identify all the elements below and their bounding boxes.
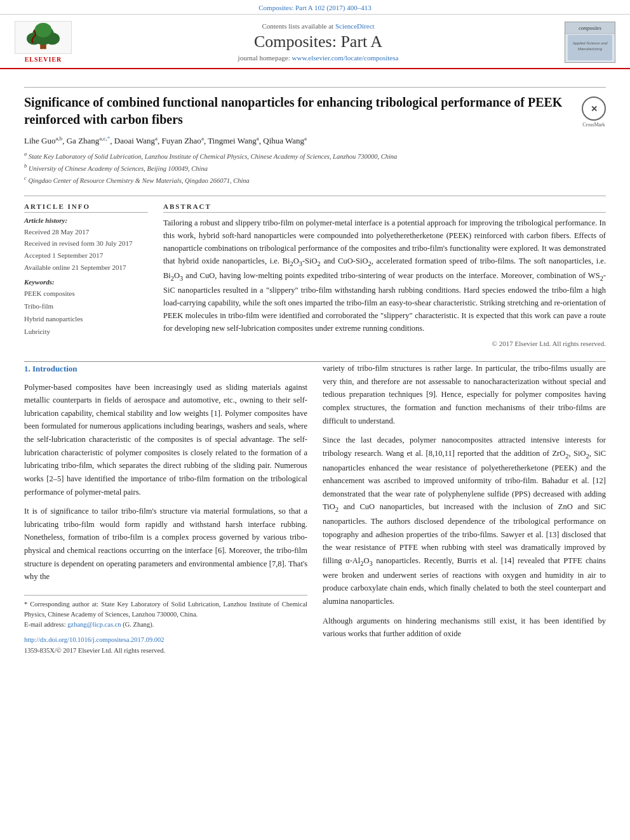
body-two-col: 1. Introduction Polymer-based composites… bbox=[24, 362, 606, 657]
author-5: Tingmei Wanga bbox=[208, 136, 259, 145]
affil-a: a State Key Laboratory of Solid Lubricat… bbox=[24, 150, 606, 162]
journal-reference-text: Composites: Part A 102 (2017) 400–413 bbox=[258, 4, 372, 11]
footnote-text-2: E-mail address: gzhang@licp.cas.cn (G. Z… bbox=[24, 620, 307, 630]
elsevier-logo: ELSEVIER bbox=[11, 21, 75, 63]
info-abstract-section: ARTICLE INFO Article history: Received 2… bbox=[24, 203, 606, 347]
elsevier-logo-image bbox=[15, 21, 72, 54]
body-para-4: Since the last decades, polymer nanocomp… bbox=[323, 434, 606, 608]
journal-reference-bar: Composites: Part A 102 (2017) 400–413 bbox=[0, 0, 630, 15]
author-1: Lihe Guoa,b bbox=[24, 136, 62, 145]
received-revised-date: Received in revised form 30 July 2017 bbox=[24, 237, 148, 250]
body-content: 1. Introduction Polymer-based composites… bbox=[0, 362, 630, 663]
article-info-header: ARTICLE INFO bbox=[24, 203, 148, 213]
abstract-col: ABSTRACT Tailoring a robust and slippery… bbox=[163, 203, 606, 347]
keyword-4: Lubricity bbox=[24, 326, 148, 338]
body-para-2: It is of significance to tailor tribo-fi… bbox=[24, 505, 307, 583]
keyword-3: Hybrid nanoparticles bbox=[24, 313, 148, 326]
crossmark-icon: ✕ bbox=[582, 97, 606, 121]
svg-text:Applied Science and: Applied Science and bbox=[572, 41, 608, 45]
elsevier-label: ELSEVIER bbox=[25, 56, 62, 63]
affil-c: c Qingdao Center of Resource Chemistry &… bbox=[24, 174, 606, 186]
composites-logo-image: composites Applied Science and Manufactu… bbox=[565, 22, 615, 63]
svg-point-5 bbox=[35, 23, 52, 37]
keywords-section: Keywords: PEEK composites Tribo-film Hyb… bbox=[24, 278, 148, 338]
info-divider bbox=[24, 196, 606, 196]
authors-line: Lihe Guoa,b, Ga Zhanga,c,*, Daoai Wanga,… bbox=[24, 135, 606, 147]
journal-title: Composites: Part A bbox=[85, 32, 551, 51]
abstract-text: Tailoring a robust and slippery tribo-fi… bbox=[163, 217, 606, 335]
keyword-1: PEEK composites bbox=[24, 288, 148, 300]
received-date: Received 28 May 2017 bbox=[24, 226, 148, 238]
homepage-prefix: journal homepage: bbox=[238, 54, 292, 62]
article-history-header: Article history: bbox=[24, 217, 148, 224]
affil-b: b University of Chinese Academy of Scien… bbox=[24, 162, 606, 174]
keywords-header: Keywords: bbox=[24, 278, 148, 286]
accepted-date: Accepted 1 September 2017 bbox=[24, 250, 148, 262]
author-3: Daoai Wanga bbox=[114, 136, 158, 145]
footnote-block: * Corresponding author at: State Key Lab… bbox=[24, 595, 307, 657]
sciencedirect-prefix: Contents lists available at bbox=[262, 22, 335, 30]
article-title: Significance of combined functional nano… bbox=[24, 94, 574, 128]
body-para-5: Although arguments on hindering mechanis… bbox=[323, 615, 606, 641]
sciencedirect-link[interactable]: ScienceDirect bbox=[335, 22, 375, 30]
body-right-col: variety of tribo-film structures is rath… bbox=[323, 362, 606, 657]
available-date: Available online 21 September 2017 bbox=[24, 262, 148, 274]
svg-text:Manufacturing: Manufacturing bbox=[578, 47, 603, 51]
keyword-2: Tribo-film bbox=[24, 300, 148, 313]
header-divider bbox=[24, 87, 606, 88]
author-2: Ga Zhanga,c,* bbox=[67, 136, 111, 145]
article-title-section: Significance of combined functional nano… bbox=[24, 94, 606, 128]
email-link[interactable]: gzhang@licp.cas.cn bbox=[67, 621, 121, 628]
abstract-header: ABSTRACT bbox=[163, 203, 606, 213]
crossmark-label: CrossMark bbox=[582, 122, 606, 128]
journal-homepage: journal homepage: www.elsevier.com/locat… bbox=[85, 54, 551, 62]
section1-heading: 1. Introduction bbox=[24, 362, 307, 375]
journal-header: ELSEVIER Contents lists available at Sci… bbox=[0, 15, 630, 69]
journal-center: Contents lists available at ScienceDirec… bbox=[85, 22, 551, 62]
footnote-doi: http://dx.doi.org/10.1016/j.compositesa.… bbox=[24, 633, 307, 646]
affiliations: a State Key Laboratory of Solid Lubricat… bbox=[24, 150, 606, 187]
doi-link[interactable]: http://dx.doi.org/10.1016/j.compositesa.… bbox=[24, 636, 164, 643]
page-wrapper: Composites: Part A 102 (2017) 400–413 EL… bbox=[0, 0, 630, 840]
article-info-col: ARTICLE INFO Article history: Received 2… bbox=[24, 203, 148, 347]
article-content: Significance of combined functional nano… bbox=[0, 69, 630, 361]
abstract-copyright: © 2017 Elsevier Ltd. All rights reserved… bbox=[163, 340, 606, 347]
svg-text:composites: composites bbox=[579, 25, 601, 31]
sciencedirect-line: Contents lists available at ScienceDirec… bbox=[85, 22, 551, 30]
footnote-text-1: * Corresponding author at: State Key Lab… bbox=[24, 599, 307, 620]
crossmark-badge: ✕ CrossMark bbox=[582, 97, 606, 128]
homepage-url[interactable]: www.elsevier.com/locate/compositesa bbox=[292, 54, 399, 62]
body-left-col: 1. Introduction Polymer-based composites… bbox=[24, 362, 307, 657]
author-6: Qihua Wanga bbox=[263, 136, 307, 145]
author-4: Fuyan Zhaoa bbox=[161, 136, 203, 145]
body-para-3: variety of tribo-film structures is rath… bbox=[323, 362, 606, 427]
keywords-list: PEEK composites Tribo-film Hybrid nanopa… bbox=[24, 288, 148, 338]
footnote-issn: 1359-835X/© 2017 Elsevier Ltd. All right… bbox=[24, 646, 307, 656]
body-para-1: Polymer-based composites have been incre… bbox=[24, 381, 307, 499]
composites-logo: composites Applied Science and Manufactu… bbox=[561, 22, 619, 63]
